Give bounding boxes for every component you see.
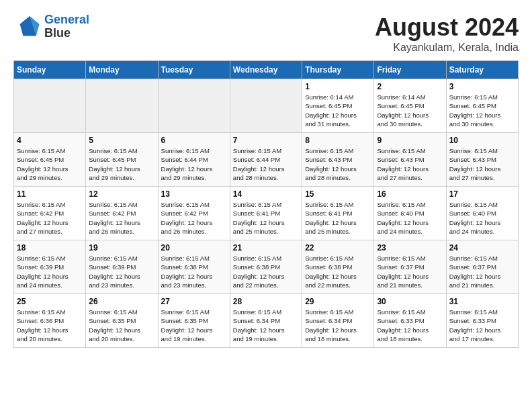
location-subtitle: Kayankulam, Kerala, India xyxy=(375,42,519,54)
day-info: Sunrise: 6:15 AM Sunset: 6:38 PM Dayligh… xyxy=(161,254,227,289)
day-number: 2 xyxy=(377,82,443,91)
day-number: 16 xyxy=(377,189,443,199)
day-info: Sunrise: 6:15 AM Sunset: 6:43 PM Dayligh… xyxy=(305,146,371,182)
day-number: 7 xyxy=(233,136,299,145)
day-info: Sunrise: 6:15 AM Sunset: 6:45 PM Dayligh… xyxy=(449,93,515,128)
day-number: 21 xyxy=(233,243,299,253)
day-header-sunday: Sunday xyxy=(14,61,86,79)
calendar-header-row: SundayMondayTuesdayWednesdayThursdayFrid… xyxy=(14,61,519,79)
day-number: 13 xyxy=(161,189,227,199)
calendar-cell: 30Sunrise: 6:15 AM Sunset: 6:33 PM Dayli… xyxy=(374,294,446,348)
day-info: Sunrise: 6:15 AM Sunset: 6:36 PM Dayligh… xyxy=(17,308,83,343)
logo: General Blue xyxy=(13,13,89,40)
calendar-week-3: 11Sunrise: 6:15 AM Sunset: 6:42 PM Dayli… xyxy=(14,187,519,240)
calendar-cell xyxy=(14,79,86,133)
calendar-cell: 12Sunrise: 6:15 AM Sunset: 6:42 PM Dayli… xyxy=(86,187,158,240)
calendar-cell: 25Sunrise: 6:15 AM Sunset: 6:36 PM Dayli… xyxy=(14,294,86,348)
calendar-body: 1Sunrise: 6:14 AM Sunset: 6:45 PM Daylig… xyxy=(14,79,519,348)
day-number: 3 xyxy=(449,82,515,91)
day-header-wednesday: Wednesday xyxy=(230,61,302,79)
day-info: Sunrise: 6:15 AM Sunset: 6:45 PM Dayligh… xyxy=(17,146,83,182)
day-number: 8 xyxy=(305,136,371,145)
day-info: Sunrise: 6:15 AM Sunset: 6:42 PM Dayligh… xyxy=(17,200,83,236)
day-info: Sunrise: 6:15 AM Sunset: 6:34 PM Dayligh… xyxy=(305,308,371,343)
day-info: Sunrise: 6:15 AM Sunset: 6:44 PM Dayligh… xyxy=(161,146,227,182)
day-info: Sunrise: 6:15 AM Sunset: 6:35 PM Dayligh… xyxy=(89,308,154,343)
day-header-friday: Friday xyxy=(374,61,446,79)
calendar-table: SundayMondayTuesdayWednesdayThursdayFrid… xyxy=(13,60,519,348)
day-info: Sunrise: 6:14 AM Sunset: 6:45 PM Dayligh… xyxy=(305,93,371,128)
calendar-week-1: 1Sunrise: 6:14 AM Sunset: 6:45 PM Daylig… xyxy=(14,79,519,133)
calendar-cell: 26Sunrise: 6:15 AM Sunset: 6:35 PM Dayli… xyxy=(86,294,158,348)
page-header: General Blue August 2024 Kayankulam, Ker… xyxy=(13,13,519,54)
day-info: Sunrise: 6:15 AM Sunset: 6:43 PM Dayligh… xyxy=(449,146,515,182)
day-number: 19 xyxy=(89,243,154,253)
calendar-cell: 3Sunrise: 6:15 AM Sunset: 6:45 PM Daylig… xyxy=(446,79,518,133)
title-block: August 2024 Kayankulam, Kerala, India xyxy=(375,13,519,54)
day-number: 29 xyxy=(305,297,371,306)
day-number: 30 xyxy=(377,297,443,306)
day-number: 25 xyxy=(17,297,83,306)
day-number: 23 xyxy=(377,243,443,253)
day-info: Sunrise: 6:15 AM Sunset: 6:42 PM Dayligh… xyxy=(161,200,227,236)
calendar-week-5: 25Sunrise: 6:15 AM Sunset: 6:36 PM Dayli… xyxy=(14,294,519,348)
calendar-cell: 5Sunrise: 6:15 AM Sunset: 6:45 PM Daylig… xyxy=(86,133,158,187)
calendar-cell xyxy=(230,79,302,133)
day-info: Sunrise: 6:15 AM Sunset: 6:38 PM Dayligh… xyxy=(233,254,299,289)
calendar-cell: 4Sunrise: 6:15 AM Sunset: 6:45 PM Daylig… xyxy=(14,133,86,187)
calendar-week-4: 18Sunrise: 6:15 AM Sunset: 6:39 PM Dayli… xyxy=(14,240,519,294)
month-title: August 2024 xyxy=(375,13,519,42)
day-number: 26 xyxy=(89,297,154,306)
calendar-cell: 17Sunrise: 6:15 AM Sunset: 6:40 PM Dayli… xyxy=(446,187,518,240)
day-number: 15 xyxy=(305,189,371,199)
day-info: Sunrise: 6:15 AM Sunset: 6:39 PM Dayligh… xyxy=(89,254,154,289)
logo-text: General Blue xyxy=(44,13,89,40)
day-info: Sunrise: 6:15 AM Sunset: 6:33 PM Dayligh… xyxy=(377,308,443,343)
day-number: 12 xyxy=(89,189,154,199)
calendar-cell xyxy=(86,79,158,133)
day-info: Sunrise: 6:15 AM Sunset: 6:42 PM Dayligh… xyxy=(89,200,154,236)
day-info: Sunrise: 6:15 AM Sunset: 6:39 PM Dayligh… xyxy=(17,254,83,289)
day-header-saturday: Saturday xyxy=(446,61,518,79)
calendar-cell: 24Sunrise: 6:15 AM Sunset: 6:37 PM Dayli… xyxy=(446,240,518,294)
day-info: Sunrise: 6:15 AM Sunset: 6:40 PM Dayligh… xyxy=(377,200,443,236)
day-number: 28 xyxy=(233,297,299,306)
calendar-cell: 13Sunrise: 6:15 AM Sunset: 6:42 PM Dayli… xyxy=(158,187,230,240)
calendar-cell: 31Sunrise: 6:15 AM Sunset: 6:33 PM Dayli… xyxy=(446,294,518,348)
day-header-monday: Monday xyxy=(86,61,158,79)
calendar-cell: 23Sunrise: 6:15 AM Sunset: 6:37 PM Dayli… xyxy=(374,240,446,294)
day-info: Sunrise: 6:15 AM Sunset: 6:45 PM Dayligh… xyxy=(89,146,154,182)
day-info: Sunrise: 6:15 AM Sunset: 6:35 PM Dayligh… xyxy=(161,308,227,343)
day-number: 27 xyxy=(161,297,227,306)
day-number: 5 xyxy=(89,136,154,145)
calendar-cell: 29Sunrise: 6:15 AM Sunset: 6:34 PM Dayli… xyxy=(302,294,374,348)
calendar-cell: 6Sunrise: 6:15 AM Sunset: 6:44 PM Daylig… xyxy=(158,133,230,187)
calendar-cell: 14Sunrise: 6:15 AM Sunset: 6:41 PM Dayli… xyxy=(230,187,302,240)
day-number: 4 xyxy=(17,136,83,145)
day-number: 31 xyxy=(449,297,515,306)
calendar-cell: 22Sunrise: 6:15 AM Sunset: 6:38 PM Dayli… xyxy=(302,240,374,294)
day-number: 9 xyxy=(377,136,443,145)
calendar-cell: 2Sunrise: 6:14 AM Sunset: 6:45 PM Daylig… xyxy=(374,79,446,133)
day-number: 20 xyxy=(161,243,227,253)
day-number: 18 xyxy=(17,243,83,253)
day-info: Sunrise: 6:15 AM Sunset: 6:37 PM Dayligh… xyxy=(449,254,515,289)
calendar-cell xyxy=(158,79,230,133)
calendar-cell: 15Sunrise: 6:15 AM Sunset: 6:41 PM Dayli… xyxy=(302,187,374,240)
calendar-cell: 27Sunrise: 6:15 AM Sunset: 6:35 PM Dayli… xyxy=(158,294,230,348)
day-info: Sunrise: 6:14 AM Sunset: 6:45 PM Dayligh… xyxy=(377,93,443,128)
calendar-cell: 8Sunrise: 6:15 AM Sunset: 6:43 PM Daylig… xyxy=(302,133,374,187)
day-header-tuesday: Tuesday xyxy=(158,61,230,79)
calendar-cell: 10Sunrise: 6:15 AM Sunset: 6:43 PM Dayli… xyxy=(446,133,518,187)
day-number: 11 xyxy=(17,189,83,199)
calendar-cell: 16Sunrise: 6:15 AM Sunset: 6:40 PM Dayli… xyxy=(374,187,446,240)
day-info: Sunrise: 6:15 AM Sunset: 6:43 PM Dayligh… xyxy=(377,146,443,182)
day-info: Sunrise: 6:15 AM Sunset: 6:41 PM Dayligh… xyxy=(305,200,371,236)
calendar-cell: 9Sunrise: 6:15 AM Sunset: 6:43 PM Daylig… xyxy=(374,133,446,187)
calendar-cell: 21Sunrise: 6:15 AM Sunset: 6:38 PM Dayli… xyxy=(230,240,302,294)
day-number: 14 xyxy=(233,189,299,199)
day-info: Sunrise: 6:15 AM Sunset: 6:33 PM Dayligh… xyxy=(449,308,515,343)
day-info: Sunrise: 6:15 AM Sunset: 6:41 PM Dayligh… xyxy=(233,200,299,236)
day-info: Sunrise: 6:15 AM Sunset: 6:37 PM Dayligh… xyxy=(377,254,443,289)
calendar-cell: 7Sunrise: 6:15 AM Sunset: 6:44 PM Daylig… xyxy=(230,133,302,187)
